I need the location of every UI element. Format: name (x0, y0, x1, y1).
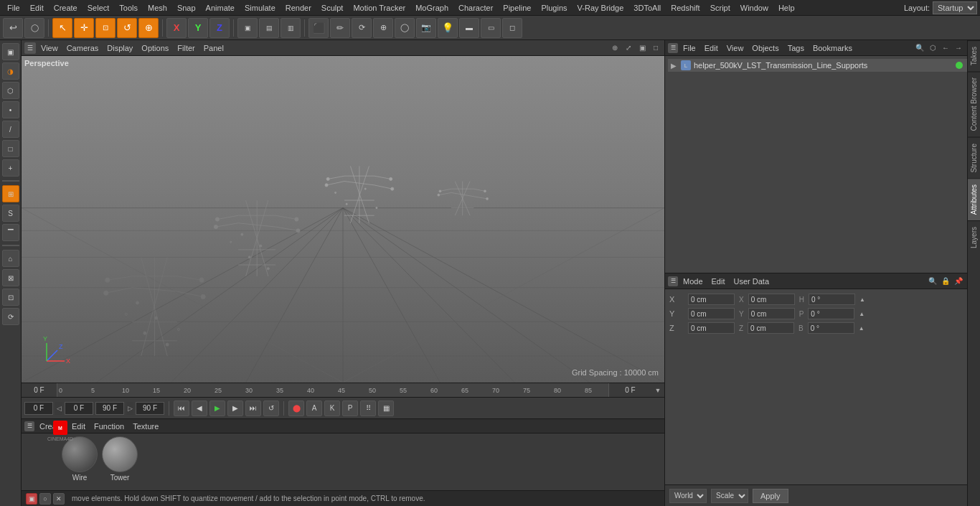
redo-button[interactable]: ◯ (24, 18, 44, 38)
menu-animate[interactable]: Animate (202, 2, 239, 14)
object-row-helper[interactable]: ▶ L helper_500kV_LST_Transmission_Line_S… (668, 59, 977, 72)
play-button[interactable]: ▶ (209, 400, 225, 416)
menu-file[interactable]: File (3, 2, 24, 14)
status-icon-render[interactable]: ▣ (26, 493, 37, 505)
obj-icon-menu[interactable]: ☰ (668, 43, 678, 53)
render-region-button[interactable]: ▣ (237, 18, 258, 38)
keyframe-button[interactable]: K (324, 400, 340, 416)
frame-end-field[interactable] (136, 402, 164, 415)
vp-menu-view[interactable]: View (37, 42, 62, 54)
obj-search-icon[interactable]: 🔍 (914, 42, 925, 54)
camera-button[interactable]: 📷 (416, 18, 436, 38)
edge-mode-button[interactable]: / (2, 121, 19, 138)
vp-menu-options[interactable]: Options (138, 42, 172, 54)
vp-icon-layout[interactable]: ▣ (636, 42, 648, 54)
attr-lock-icon[interactable]: 🔒 (940, 276, 951, 287)
menu-mesh[interactable]: Mesh (143, 2, 171, 14)
menu-simulate[interactable]: Simulate (240, 2, 280, 14)
coord-world-select[interactable]: World (669, 489, 707, 503)
attr-z-size[interactable] (748, 322, 794, 334)
apply-button[interactable]: Apply (753, 489, 788, 503)
material-tower[interactable]: Tower (102, 436, 138, 482)
mat-menu-function[interactable]: Function (90, 421, 128, 432)
menu-character[interactable]: Character (454, 2, 497, 14)
prev-frame-button[interactable]: ◀ (192, 400, 207, 416)
menu-redshift[interactable]: Redshift (666, 2, 704, 14)
menu-tools[interactable]: Tools (115, 2, 142, 14)
sculpt-tool-3[interactable]: ⊡ (2, 289, 19, 306)
timeline-end-arrow[interactable]: ▼ (651, 383, 664, 397)
attr-x-pos[interactable] (688, 294, 735, 305)
layout-select[interactable]: Startup (933, 1, 977, 14)
attr-x-size[interactable] (748, 294, 795, 305)
attr-h-rot[interactable] (809, 294, 855, 305)
record-button[interactable]: ⬤ (288, 400, 304, 416)
vp-menu-display[interactable]: Display (103, 42, 136, 54)
nurbs-button[interactable]: ⟳ (352, 18, 372, 38)
go-start-button[interactable]: ⏮ (174, 400, 189, 416)
menu-sculpt[interactable]: Sculpt (317, 2, 348, 14)
snap-enable-button[interactable]: ⊞ (2, 185, 19, 202)
obj-back-icon[interactable]: ← (940, 42, 951, 54)
obj-menu-file[interactable]: File (679, 42, 699, 54)
floor-snap-button[interactable]: ▔ (2, 224, 19, 241)
attr-search-icon[interactable]: 🔍 (927, 276, 938, 287)
menu-select[interactable]: Select (83, 2, 114, 14)
menu-snap[interactable]: Snap (173, 2, 200, 14)
vp-icon-maximize[interactable]: □ (650, 42, 661, 54)
attr-h-spinner-up[interactable]: ▲ (859, 296, 865, 303)
frame-preview-end-field[interactable] (95, 402, 124, 415)
vp-menu-filter[interactable]: Filter (174, 42, 198, 54)
light-button[interactable]: 💡 (438, 18, 458, 38)
menu-window[interactable]: Window (736, 2, 773, 14)
render-button[interactable]: ▥ (281, 18, 301, 38)
timeline-toggle-button[interactable]: ▦ (378, 400, 394, 416)
model-mode-button[interactable]: ▣ (2, 43, 19, 60)
menu-pipeline[interactable]: Pipeline (499, 2, 535, 14)
obj-menu-edit[interactable]: Edit (701, 42, 722, 54)
status-icon-object[interactable]: ○ (39, 493, 51, 505)
menu-render[interactable]: Render (281, 2, 316, 14)
frame-preview-start-field[interactable] (65, 402, 93, 415)
obj-menu-objects[interactable]: Objects (748, 42, 782, 54)
sculpt-tool-1[interactable]: ⌂ (2, 250, 19, 267)
menu-edit[interactable]: Edit (26, 2, 48, 14)
attr-z-pos[interactable] (688, 322, 735, 334)
attr-b-rot[interactable] (808, 322, 854, 334)
vp-icon-expand[interactable]: ⤢ (623, 42, 634, 54)
fcurve-button[interactable]: ⠿ (360, 400, 376, 416)
x-axis-button[interactable]: X (166, 18, 187, 38)
tab-attributes[interactable]: Attributes (968, 178, 980, 220)
pen-button[interactable]: ✏ (330, 18, 350, 38)
menu-plugins[interactable]: Plugins (537, 2, 571, 14)
status-icon-close[interactable]: ✕ (53, 493, 65, 505)
attr-y-size[interactable] (748, 308, 795, 319)
scene-button[interactable]: ▭ (481, 18, 501, 38)
viewport-canvas[interactable]: Perspective Grid Spacing : 10000 cm Z X (22, 56, 664, 383)
menu-mograph[interactable]: MoGraph (411, 2, 453, 14)
vp-icon-link[interactable]: ⊕ (609, 42, 621, 54)
solo-mode-button[interactable]: S (2, 205, 19, 222)
point-mode-button[interactable]: • (2, 101, 19, 118)
frame-arrow-left[interactable]: ◁ (55, 402, 62, 415)
attr-p-spinner-up[interactable]: ▲ (859, 311, 864, 317)
frame-arrow-right[interactable]: ▷ (126, 402, 133, 415)
object-button[interactable]: ◻ (502, 18, 522, 38)
go-end-button[interactable]: ⏭ (245, 400, 261, 416)
rotate-button[interactable]: ↺ (117, 18, 137, 38)
polygon-mode-button[interactable]: □ (2, 140, 19, 157)
move-button[interactable]: ✛ (74, 18, 94, 38)
frame-start-field[interactable] (24, 402, 53, 415)
obj-forward-icon[interactable]: → (953, 42, 964, 54)
y-axis-button[interactable]: Y (188, 18, 208, 38)
obj-menu-bookmarks[interactable]: Bookmarks (809, 42, 856, 54)
tab-layers[interactable]: Layers (968, 220, 980, 254)
cube-button[interactable]: ⬛ (308, 18, 329, 38)
scale-button[interactable]: ⊡ (95, 18, 116, 38)
uv-mode-button[interactable]: ⬡ (2, 82, 19, 99)
material-wire[interactable]: Wire (62, 436, 98, 482)
motion-system-button[interactable]: P (342, 400, 358, 416)
environment-button[interactable]: ◯ (395, 18, 415, 38)
deformer-button[interactable]: ⊕ (373, 18, 393, 38)
transform-button[interactable]: ⊕ (138, 18, 159, 38)
